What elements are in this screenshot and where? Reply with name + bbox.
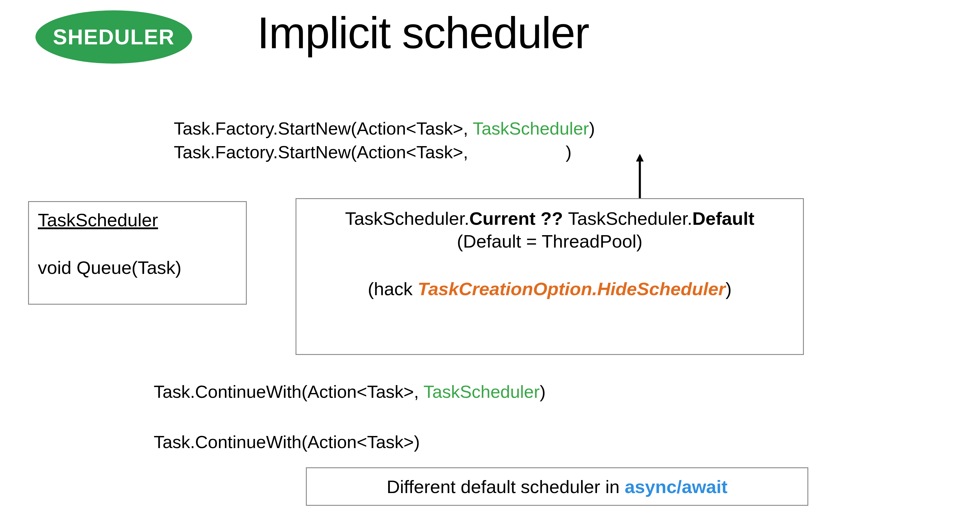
- code-line-continuewith-with-scheduler: Task.ContinueWith(Action<Task>, TaskSche…: [154, 381, 546, 402]
- badge-label: SHEDULER: [53, 25, 175, 49]
- code-text: ): [566, 142, 571, 162]
- class-method: void Queue(Task): [38, 257, 237, 278]
- hack-note: (hack TaskCreationOption.HideScheduler): [308, 278, 791, 299]
- text-bold: Default: [692, 208, 754, 229]
- page-title: Implicit scheduler: [257, 7, 589, 59]
- code-text: Task.ContinueWith(Action<Task>,: [154, 382, 423, 402]
- scheduler-resolution-box: TaskScheduler.Current ?? TaskScheduler.D…: [296, 198, 804, 355]
- code-line-continuewith-without-scheduler: Task.ContinueWith(Action<Task>): [154, 432, 420, 452]
- scheduler-badge: SHEDULER: [35, 10, 192, 64]
- keyword-async-await: async/await: [625, 477, 728, 497]
- resolution-expression: TaskScheduler.Current ?? TaskScheduler.D…: [308, 208, 791, 229]
- text: TaskScheduler.: [568, 208, 692, 229]
- text: TaskScheduler.: [345, 208, 469, 229]
- text: (hack: [368, 279, 418, 299]
- option-name: TaskCreationOption.HideScheduler: [418, 279, 725, 299]
- code-text: ): [540, 382, 546, 402]
- code-param-taskscheduler: TaskScheduler: [423, 382, 540, 402]
- class-name: TaskScheduler: [38, 209, 237, 230]
- code-line-startnew-with-scheduler: Task.Factory.StartNew(Action<Task>, Task…: [174, 118, 595, 139]
- arrow-up-icon: [635, 154, 644, 198]
- taskscheduler-class-box: TaskScheduler void Queue(Task): [28, 201, 247, 305]
- text: ): [725, 279, 732, 299]
- text-bold: Current ??: [469, 208, 568, 229]
- async-await-note-box: Different default scheduler in async/awa…: [306, 468, 808, 506]
- default-explanation: (Default = ThreadPool): [308, 231, 791, 252]
- svg-marker-1: [636, 154, 644, 161]
- code-param-taskscheduler: TaskScheduler: [473, 119, 589, 139]
- code-text: Task.Factory.StartNew(Action<Task>,: [174, 142, 468, 162]
- text: Different default scheduler in: [387, 477, 624, 497]
- code-text: Task.Factory.StartNew(Action<Task>,: [174, 119, 473, 139]
- note-text: Different default scheduler in async/awa…: [387, 476, 727, 497]
- code-line-startnew-without-scheduler: Task.Factory.StartNew(Action<Task>,): [174, 142, 571, 163]
- code-text: ): [589, 119, 595, 139]
